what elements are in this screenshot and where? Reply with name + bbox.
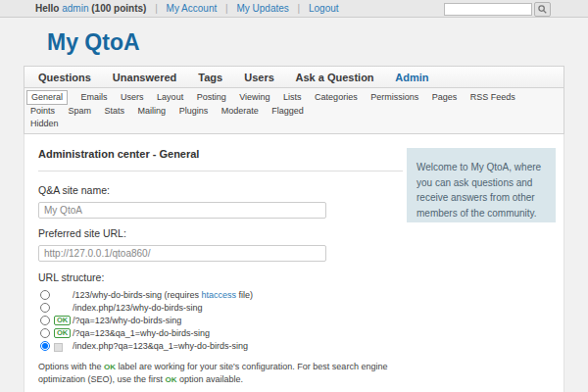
subnav-item-posting[interactable]: Posting	[197, 92, 226, 102]
subnav-item-spam[interactable]: Spam	[69, 106, 92, 116]
logout-link[interactable]: Logout	[309, 3, 339, 14]
subnav-row-2: Hidden	[30, 118, 558, 130]
page-title: Administration center - General	[38, 148, 403, 172]
site-title[interactable]: My QtoA	[47, 29, 588, 56]
subnav-item-users[interactable]: Users	[121, 92, 144, 102]
url-option-1-radio[interactable]	[40, 290, 50, 300]
ok-badge: OK	[54, 316, 71, 325]
nav-tab-admin[interactable]: Admin	[395, 72, 428, 83]
welcome-message-box: Welcome to My QtoA, where you can ask qu…	[407, 148, 556, 222]
url-option-4-radio[interactable]	[40, 328, 50, 338]
divider: |	[298, 3, 301, 14]
htaccess-link[interactable]: htaccess	[202, 290, 237, 300]
nav-tab-users[interactable]: Users	[244, 72, 274, 83]
search-input[interactable]	[444, 3, 532, 16]
nav-tab-questions[interactable]: Questions	[38, 72, 91, 83]
nav-tab-unanswered[interactable]: Unanswered	[113, 72, 176, 83]
url-structure-option: /index.php?qa=123&qa_1=why-do-birds-sing	[38, 340, 403, 352]
url-structure-note: Options with the OK label are working fo…	[38, 361, 399, 386]
subnav-item-categories[interactable]: Categories	[315, 92, 358, 102]
url-text: /123/why-do-birds-sing (requires	[73, 290, 202, 300]
url-option-2-text: /index.php/123/why-do-birds-sing	[73, 303, 203, 313]
greeting-text: Hello	[35, 3, 59, 14]
loading-indicator-icon	[54, 343, 63, 352]
url-structure-option: /123/why-do-birds-sing (requires htacces…	[38, 289, 403, 301]
my-account-link[interactable]: My Account	[167, 3, 218, 14]
admin-content: Administration center - General Q&A site…	[24, 134, 564, 392]
ok-inline-badge: OK	[166, 375, 177, 384]
ok-inline-badge: OK	[104, 363, 116, 371]
user-greeting: Hello admin (100 points) | My Account | …	[35, 3, 339, 14]
url-option-3-radio[interactable]	[40, 316, 50, 325]
search-icon	[538, 5, 547, 14]
subnav-item-mailing[interactable]: Mailing	[138, 106, 167, 116]
site-name-field-group: Q&A site name:	[38, 184, 403, 219]
nav-tab-ask-a-question[interactable]: Ask a Question	[296, 72, 374, 83]
url-option-5-radio[interactable]	[40, 341, 50, 351]
subnav-item-viewing[interactable]: Viewing	[239, 92, 270, 102]
site-url-input[interactable]	[38, 245, 326, 262]
subnav-item-permissions[interactable]: Permissions	[370, 92, 418, 102]
top-bar: Hello admin (100 points) | My Account | …	[0, 0, 588, 18]
url-option-2-radio[interactable]	[40, 303, 50, 313]
url-option-3-text: /?qa=123/why-do-birds-sing	[73, 316, 181, 325]
nav-tab-tags[interactable]: Tags	[198, 72, 222, 83]
subnav-item-general[interactable]: General	[26, 90, 68, 105]
url-option-5-text: /index.php?qa=123&qa_1=why-do-birds-sing	[73, 341, 248, 351]
subnav-item-moderate[interactable]: Moderate	[221, 106, 259, 116]
site-name-label: Q&A site name:	[38, 184, 403, 196]
note-text: Options with the	[38, 362, 104, 371]
subnav-item-emails[interactable]: Emails	[81, 92, 108, 102]
subnav-item-points[interactable]: Points	[30, 106, 55, 116]
subnav-item-flagged[interactable]: Flagged	[271, 106, 304, 116]
subnav-item-layout[interactable]: Layout	[157, 92, 183, 102]
note-text: option available.	[177, 374, 244, 384]
site-url-label: Preferred site URL:	[38, 227, 403, 239]
url-option-1-text: /123/why-do-birds-sing (requires htacces…	[73, 290, 253, 300]
subnav-item-lists[interactable]: Lists	[283, 92, 302, 102]
site-name-input[interactable]	[38, 202, 326, 219]
badge-slot	[54, 340, 73, 352]
search-area	[444, 2, 551, 17]
subnav-item-hidden[interactable]: Hidden	[30, 119, 59, 128]
url-structure-option: /index.php/123/why-do-birds-sing	[38, 302, 403, 314]
subnav-item-pages[interactable]: Pages	[432, 92, 458, 102]
site-url-field-group: Preferred site URL:	[38, 227, 403, 262]
my-updates-link[interactable]: My Updates	[236, 3, 288, 14]
divider: |	[225, 3, 228, 14]
url-structure-option: OK /?qa=123&qa_1=why-do-birds-sing	[38, 327, 403, 339]
url-option-4-text: /?qa=123&qa_1=why-do-birds-sing	[73, 328, 210, 338]
user-points: (100 points)	[91, 3, 146, 14]
subnav-item-plugins[interactable]: Plugins	[179, 106, 209, 116]
page-container: Questions Unanswered Tags Users Ask a Qu…	[24, 66, 564, 392]
url-structure-label: URL structure:	[38, 271, 403, 283]
badge-slot: OK	[54, 316, 73, 325]
url-text: file)	[236, 290, 253, 300]
main-nav: Questions Unanswered Tags Users Ask a Qu…	[24, 66, 564, 88]
subnav-item-stats[interactable]: Stats	[105, 106, 125, 116]
settings-form: Administration center - General Q&A site…	[38, 148, 403, 392]
ok-badge: OK	[54, 328, 71, 338]
subnav-row-1: General Emails Users Layout Posting View…	[30, 90, 558, 118]
admin-subnav: General Emails Users Layout Posting View…	[24, 88, 564, 134]
subnav-item-rss-feeds[interactable]: RSS Feeds	[470, 92, 515, 102]
divider: |	[155, 3, 158, 14]
username-link[interactable]: admin	[62, 3, 88, 14]
search-button[interactable]	[534, 2, 551, 17]
badge-slot: OK	[54, 328, 73, 338]
url-structure-option: OK /?qa=123/why-do-birds-sing	[38, 315, 403, 326]
